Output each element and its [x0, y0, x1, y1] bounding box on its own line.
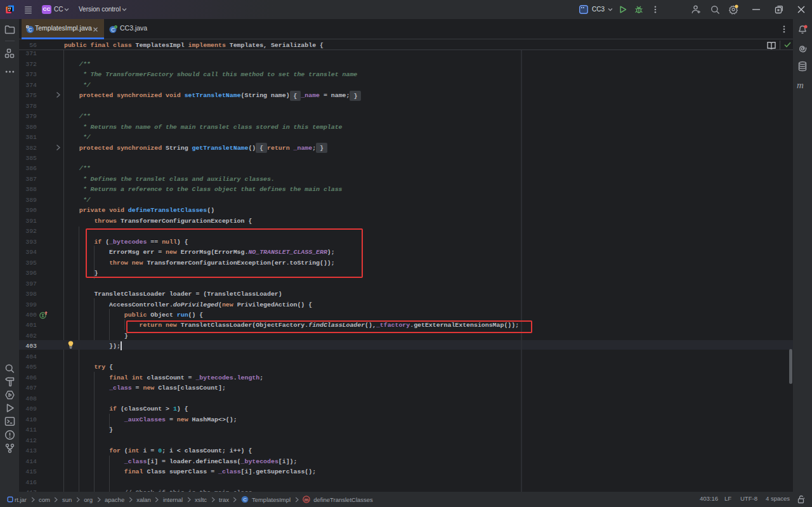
svg-text:C: C: [243, 497, 247, 503]
svg-text:C: C: [111, 26, 115, 32]
svg-text:m: m: [304, 497, 309, 503]
